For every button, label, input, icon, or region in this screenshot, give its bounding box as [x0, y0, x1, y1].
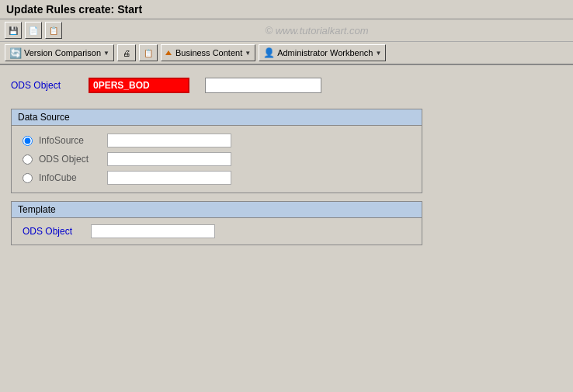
shortcut2-button[interactable]: 📋 — [45, 22, 62, 39]
admin-workbench-dropdown-icon: ▼ — [375, 50, 381, 57]
print2-button[interactable]: 📋 — [139, 44, 158, 61]
print1-button[interactable]: 🖨 — [117, 44, 136, 61]
infocube-label: InfoCube — [39, 172, 101, 183]
watermark: © www.tutorialkart.com — [65, 25, 568, 36]
admin-workbench-person-icon: 👤 — [263, 47, 275, 58]
business-content-button[interactable]: Business Content ▼ — [161, 44, 255, 61]
data-source-content: InfoSource ODS Object InfoCube — [12, 126, 422, 193]
infosource-row: InfoSource — [23, 134, 411, 147]
infocube-row: InfoCube — [23, 171, 411, 185]
ods-object-datasource-row: ODS Object — [23, 152, 411, 166]
admin-workbench-button[interactable]: 👤 Administrator Workbench ▼ — [259, 44, 386, 61]
infosource-radio[interactable] — [23, 136, 33, 146]
ods-object-datasource-radio[interactable] — [23, 154, 33, 165]
template-ods-label: ODS Object — [23, 226, 85, 237]
ods-object-input[interactable] — [89, 78, 189, 93]
version-comparison-dropdown-icon: ▼ — [103, 50, 109, 57]
ods-object-row: ODS Object — [11, 78, 562, 93]
business-content-dropdown-icon: ▼ — [245, 50, 251, 57]
save-icon: 💾 — [9, 26, 18, 35]
infosource-label: InfoSource — [39, 135, 101, 146]
toolbar1: 💾 📄 📋 © www.tutorialkart.com — [0, 19, 573, 42]
infocube-radio[interactable] — [23, 173, 33, 183]
template-row: ODS Object — [12, 218, 422, 245]
business-content-arrow-icon — [165, 50, 172, 55]
data-source-section: Data Source InfoSource ODS Object InfoCu… — [11, 109, 422, 193]
version-comparison-icon: 🔄 — [9, 47, 22, 59]
shortcut2-icon: 📋 — [49, 26, 58, 35]
ods-object-label: ODS Object — [11, 80, 73, 91]
template-header: Template — [12, 202, 422, 218]
ods-object-datasource-input[interactable] — [107, 152, 231, 166]
version-comparison-label: Version Comparison — [24, 48, 101, 57]
template-section: Template ODS Object — [11, 201, 422, 245]
admin-workbench-label: Administrator Workbench — [277, 48, 373, 57]
toolbar2: 🔄 Version Comparison ▼ 🖨 📋 Business Cont… — [0, 42, 573, 65]
main-content: ODS Object Data Source InfoSource ODS Ob… — [0, 65, 573, 265]
ods-object-datasource-label: ODS Object — [39, 154, 101, 165]
data-source-header: Data Source — [12, 109, 422, 126]
shortcut1-icon: 📄 — [29, 26, 38, 35]
shortcut1-button[interactable]: 📄 — [25, 22, 42, 39]
business-content-label: Business Content — [175, 48, 242, 57]
ods-object-secondary-input[interactable] — [205, 78, 321, 93]
infosource-input[interactable] — [107, 134, 231, 147]
print2-icon: 📋 — [144, 49, 153, 57]
version-comparison-button[interactable]: 🔄 Version Comparison ▼ — [5, 44, 114, 61]
template-ods-input[interactable] — [91, 224, 215, 238]
print1-icon: 🖨 — [123, 49, 130, 57]
page-title: Update Rules create: Start — [6, 3, 142, 16]
title-bar: Update Rules create: Start — [0, 0, 573, 19]
save-button[interactable]: 💾 — [5, 22, 22, 39]
infocube-input[interactable] — [107, 171, 231, 185]
